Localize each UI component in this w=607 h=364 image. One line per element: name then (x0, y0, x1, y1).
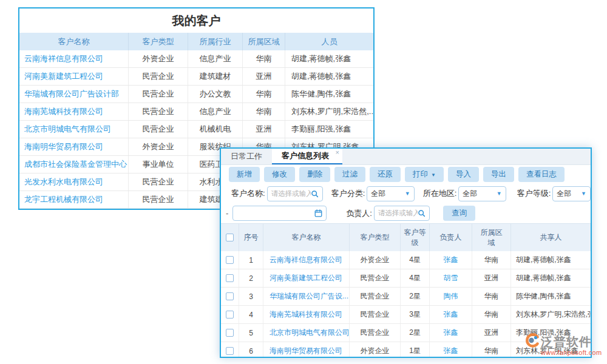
customer-name-link[interactable]: 河南美新建筑工程公司 (263, 269, 350, 287)
customer-name-link[interactable]: 华瑞城有限公司广告设... (263, 288, 350, 305)
customer-grade-select[interactable]: 全部 ▼ (552, 186, 591, 201)
chevron-down-icon: ▼ (581, 190, 586, 197)
customer-name-link[interactable]: 华瑞城有限公司广告设计部 (19, 86, 129, 103)
shared-cell: 胡建,蒋德帧,张鑫 (511, 269, 591, 287)
import-button[interactable]: 导入 (448, 167, 479, 182)
chevron-down-icon: ▼ (431, 172, 436, 178)
my-customers-header-row: 客户名称 客户类型 所属行业 所属区域 人员 (19, 33, 373, 50)
customer-name-link[interactable]: 北京市明城电气有限公司 (19, 121, 129, 138)
select-all-checkbox-cell (221, 224, 239, 251)
date-input[interactable] (232, 206, 327, 221)
principal-link[interactable]: 张鑫 (430, 342, 472, 358)
customer-name-placeholder: 请选择或输入 (271, 189, 311, 198)
customer-type-cell: 民营企业 (129, 191, 188, 208)
column-header-grade: 客户等级 (401, 224, 430, 251)
industry-cell: 信息产业 (188, 50, 243, 67)
customer-category-value: 全部 (371, 189, 402, 199)
filter-row-2: - 负责人: 请选择或输入 查询 (221, 203, 591, 223)
district-label: 所在地区: (423, 188, 457, 199)
customer-name-link[interactable]: 海南芜城科技有限公司 (19, 103, 129, 120)
print-button[interactable]: 打印▼ (405, 167, 444, 182)
row-checkbox[interactable] (226, 311, 234, 318)
personnel-cell: 刘东林,罗广明,宋浩然,.. (285, 103, 373, 120)
shared-cell: 陈华健,陶伟,张鑫 (511, 288, 591, 305)
principal-link[interactable]: 陶伟 (430, 288, 472, 305)
serial-cell: 4 (239, 306, 263, 323)
customer-name-link[interactable]: 成都市社会保险基金管理中心 (19, 156, 129, 173)
column-header-customer-type: 客户类型 (129, 33, 188, 50)
row-checkbox-cell (221, 324, 239, 342)
search-icon[interactable] (418, 209, 426, 217)
shared-cell: 胡建,蒋德帧,张鑫 (511, 251, 591, 269)
customer-name-link[interactable]: 海南明华贸易有限公司 (263, 342, 350, 358)
column-header-personnel: 人员 (285, 33, 373, 50)
add-button[interactable]: 新增 (229, 167, 260, 182)
row-checkbox-cell (221, 269, 239, 287)
export-button[interactable]: 导出 (483, 167, 514, 182)
search-icon[interactable] (311, 190, 319, 198)
row-checkbox[interactable] (226, 347, 234, 355)
principal-link[interactable]: 张鑫 (430, 324, 472, 342)
row-checkbox[interactable] (226, 256, 234, 264)
modify-button[interactable]: 修改 (264, 167, 295, 182)
region-cell: 亚洲 (243, 68, 285, 85)
customer-type-cell: 外资企业 (350, 251, 401, 269)
customer-name-input[interactable]: 请选择或输入 (267, 186, 323, 201)
tab-bar: 日常工作 客户信息列表 × (221, 149, 591, 165)
table-row: 3华瑞城有限公司广告设...民营企业2星陶伟华南陈华健,陶伟,张鑫 (221, 288, 591, 306)
watermark: 泛普软件 www.fanpusoft.com (525, 333, 602, 356)
chevron-down-icon: ▼ (405, 190, 410, 197)
personnel-cell: 陈华健,陶伟,张鑫 (285, 86, 373, 103)
customer-grade-label: 客户等级: (517, 188, 551, 199)
row-checkbox[interactable] (226, 292, 234, 300)
watermark-url: www.fanpusoft.com (541, 349, 602, 356)
column-header-region: 所属区域 (243, 33, 285, 50)
tab-customer-info-list[interactable]: 客户信息列表 × (272, 149, 342, 164)
query-button[interactable]: 查询 (443, 206, 475, 221)
principal-link[interactable]: 张鑫 (430, 306, 472, 323)
view-log-button[interactable]: 查看日志 (518, 167, 565, 182)
customer-name-link[interactable]: 云南海祥信息有限公司 (263, 251, 350, 269)
column-header-serial: 序号 (239, 224, 263, 251)
row-checkbox[interactable] (226, 274, 234, 282)
grade-cell: 1星 (401, 342, 430, 358)
filter-button[interactable]: 过滤 (334, 167, 365, 182)
principal-link[interactable]: 胡雪 (430, 269, 472, 287)
column-header-shared: 共享人 (511, 224, 591, 251)
customer-name-link[interactable]: 海南明华贸易有限公司 (19, 138, 129, 155)
customer-name-link[interactable]: 海南芜城科技有限公司 (263, 306, 350, 323)
customer-name-link[interactable]: 云南海祥信息有限公司 (19, 50, 129, 67)
customer-name-link[interactable]: 河南美新建筑工程公司 (19, 68, 129, 85)
fanpu-logo-icon (525, 333, 540, 350)
table-row: 4海南芜城科技有限公司民营企业3星张鑫华南刘东林,罗广明,宋浩然,张鑫 (221, 306, 591, 324)
customer-category-select[interactable]: 全部 ▼ (367, 186, 414, 201)
shared-cell: 刘东林,罗广明,宋浩然,张鑫 (511, 306, 591, 323)
district-select[interactable]: 全部 ▼ (458, 186, 506, 201)
customer-name-link[interactable]: 光发水利水电有限公司 (19, 174, 129, 190)
industry-cell: 建筑建材 (188, 68, 243, 85)
grade-cell: 2星 (401, 324, 430, 342)
column-header-region: 所属区域 (472, 224, 511, 251)
delete-button[interactable]: 删除 (299, 167, 330, 182)
grade-cell: 4星 (401, 251, 430, 269)
row-checkbox[interactable] (226, 329, 234, 337)
principal-link[interactable]: 张鑫 (430, 251, 472, 269)
customer-type-cell: 民营企业 (350, 269, 401, 287)
row-checkbox-cell (221, 251, 239, 269)
principal-input[interactable]: 请选择或输入 (374, 206, 430, 221)
table-row: 2河南美新建筑工程公司民营企业4星胡雪亚洲胡建,蒋德帧,张鑫 (221, 269, 591, 288)
close-icon[interactable]: × (336, 149, 339, 156)
principal-label: 负责人: (346, 208, 372, 219)
print-button-label: 打印 (413, 170, 428, 178)
tab-daily-work[interactable]: 日常工作 (221, 149, 272, 164)
district-value: 全部 (463, 189, 493, 199)
table-row: 1云南海祥信息有限公司外资企业4星张鑫华南胡建,蒋德帧,张鑫 (221, 251, 591, 269)
table-row: 河南美新建筑工程公司民营企业建筑建材亚洲胡建,蒋德帧,张鑫 (19, 68, 373, 86)
customer-name-link[interactable]: 龙宇工程机械有限公司 (19, 191, 129, 208)
table-row: 华瑞城有限公司广告设计部民营企业办公文教华南陈华健,陶伟,张鑫 (19, 86, 373, 103)
restore-button[interactable]: 还原 (370, 167, 401, 182)
serial-cell: 3 (239, 288, 263, 305)
select-all-checkbox[interactable] (226, 234, 234, 241)
customer-name-link[interactable]: 北京市明城电气有限公司 (263, 324, 350, 342)
calendar-icon[interactable] (314, 209, 322, 217)
